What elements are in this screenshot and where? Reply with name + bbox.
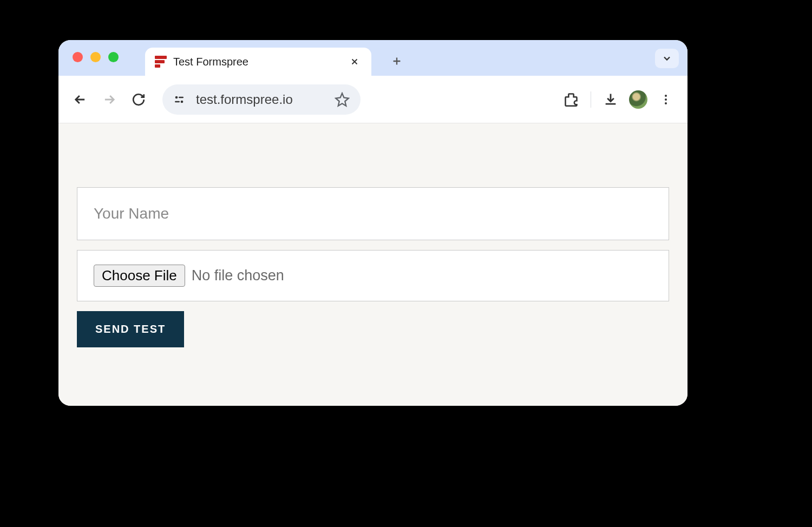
nav-reload-button[interactable] <box>128 89 149 110</box>
svg-rect-1 <box>179 96 184 98</box>
extensions-icon[interactable] <box>560 89 582 110</box>
window-minimize-button[interactable] <box>90 52 101 62</box>
browser-menu-icon[interactable] <box>655 89 677 110</box>
send-test-button[interactable]: SEND TEST <box>77 311 184 347</box>
svg-point-4 <box>665 95 667 97</box>
svg-point-5 <box>665 98 667 101</box>
choose-file-button[interactable]: Choose File <box>94 265 185 287</box>
site-info-icon[interactable] <box>170 90 188 109</box>
window-maximize-button[interactable] <box>108 52 119 62</box>
svg-rect-2 <box>175 101 180 102</box>
page-content: Choose File No file chosen SEND TEST <box>58 123 687 406</box>
browser-window: Test Formspree test.formspree.io <box>58 40 687 406</box>
bookmark-star-icon[interactable] <box>335 92 350 107</box>
window-close-button[interactable] <box>73 52 83 62</box>
name-input[interactable] <box>77 188 669 240</box>
address-bar[interactable]: test.formspree.io <box>162 84 361 115</box>
formspree-favicon-icon <box>155 56 167 68</box>
svg-point-0 <box>175 96 178 98</box>
tab-title: Test Formspree <box>173 56 348 68</box>
browser-toolbar: test.formspree.io <box>58 76 687 123</box>
downloads-icon[interactable] <box>600 89 621 110</box>
tabstrip: Test Formspree <box>58 40 687 76</box>
window-controls <box>73 52 119 62</box>
new-tab-button[interactable] <box>387 51 407 71</box>
tab-close-button[interactable] <box>348 55 362 69</box>
nav-back-button[interactable] <box>69 89 91 110</box>
browser-tab[interactable]: Test Formspree <box>145 48 371 76</box>
svg-point-6 <box>665 102 667 104</box>
nav-forward-button[interactable] <box>99 89 120 110</box>
profile-avatar[interactable] <box>629 90 647 109</box>
tab-search-button[interactable] <box>655 49 679 68</box>
file-field-wrapper: Choose File No file chosen <box>77 250 669 301</box>
toolbar-divider <box>591 91 591 108</box>
address-bar-url: test.formspree.io <box>196 92 335 107</box>
name-field-wrapper <box>77 187 669 240</box>
svg-point-3 <box>181 100 184 103</box>
file-status-text: No file chosen <box>192 267 284 284</box>
